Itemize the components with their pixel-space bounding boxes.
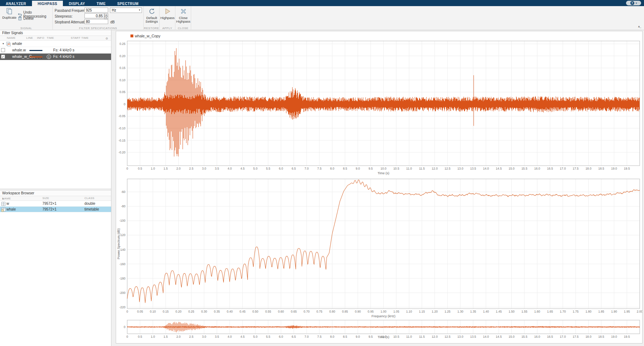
section-label-apply: APPLY [160, 27, 175, 30]
x-tick-label: 1.0 [151, 335, 155, 338]
y-tick-label: -0.15 [119, 139, 126, 142]
x-tick-label: 0.75 [316, 310, 322, 313]
x-tick-label: 12.5 [445, 335, 451, 338]
stopband-attenuation-input[interactable] [84, 19, 108, 24]
passband-unit-value: Hz [112, 8, 116, 12]
collapse-ribbon-icon[interactable]: ▲̲ [637, 25, 641, 28]
help-icon: ? [630, 1, 634, 5]
col-time[interactable]: TIME [47, 36, 54, 40]
x-tick-label: 14.0 [483, 167, 489, 170]
x-tick-label: 9.5 [368, 335, 373, 338]
x-tick-label: 0.30 [201, 310, 207, 313]
restore-defaults-icon [148, 8, 155, 15]
stepper-up-icon[interactable]: ▲ [104, 13, 108, 16]
x-tick-label: 14.5 [496, 335, 502, 338]
default-settings-button[interactable]: Default Settings [144, 8, 159, 23]
y-axis-label-power-spectrum: Power Spectrum (dB) [117, 228, 120, 259]
y-tick-label: -160 [119, 262, 125, 266]
highpass-apply-button[interactable]: Highpass [160, 8, 175, 20]
x-tick-label: 2.5 [189, 335, 193, 338]
x-tick-label: 4.5 [240, 335, 245, 338]
chevron-down-icon: ▾ [636, 2, 637, 5]
col-line[interactable]: LINE [26, 36, 33, 40]
col-name[interactable]: NAME [7, 36, 15, 40]
x-tick-label: 6.5 [292, 335, 296, 338]
workspace-browser-panel: Workspace Browser NAME ▴ SIZE CLASS w795… [0, 189, 111, 212]
x-tick-label: 12.0 [432, 335, 438, 338]
y-tick-label: -0.10 [119, 126, 126, 130]
close-highpass-button[interactable]: Close Highpass [176, 8, 190, 23]
x-tick-label: 12.5 [445, 167, 451, 170]
x-tick-label: 13.0 [457, 167, 464, 170]
x-tick-label: 1.0 [151, 167, 155, 170]
steepness-stepper[interactable]: ▲ ▼ [104, 13, 108, 18]
x-tick-label: 1.95 [624, 310, 630, 313]
x-tick-label: 1.40 [483, 310, 489, 313]
x-tick-label: 13.5 [470, 335, 476, 338]
steepness-label: Steepness: [55, 14, 73, 18]
plot-panel: 00.51.01.52.02.53.03.54.04.55.05.56.06.5… [116, 31, 643, 343]
col-info[interactable]: INFO [37, 36, 44, 40]
workspace-row-whale[interactable]: whale79572×1timetable [0, 207, 111, 212]
x-tick-label: 0.15 [163, 310, 169, 313]
x-tick-label: 7.5 [317, 167, 322, 170]
x-tick-label: 0 [126, 310, 128, 313]
toolbar-section-restore: Default Settings RESTORE [144, 6, 160, 30]
toolbar: Duplicate Undo Preprocessing Delete [0, 6, 644, 30]
x-tick-label: 5.0 [253, 335, 258, 338]
expander-chevron-icon[interactable]: ▾ [3, 42, 4, 45]
line-style-swatch [29, 50, 42, 51]
x-tick-label: 9.0 [356, 335, 360, 338]
x-tick-label: 11.0 [406, 335, 412, 338]
x-tick-label: 5.5 [266, 335, 270, 338]
row-checkbox[interactable]: ✓ [1, 55, 5, 59]
x-tick-label: 1.30 [457, 310, 464, 313]
table-row-whale-w[interactable]: whale.wFs: 4 kHz0 s [0, 47, 111, 54]
x-tick-label: 1.35 [470, 310, 476, 313]
x-tick-label: 0.20 [175, 310, 181, 313]
filter-signals-column-header: NAME LINE INFO TIME START TIME ⚙ [0, 36, 111, 41]
x-tick-label: 0.55 [265, 310, 271, 313]
ws-col-size[interactable]: SIZE [42, 197, 49, 200]
highpass-apply-label: Highpass [160, 16, 175, 20]
info-icon[interactable]: i [47, 55, 51, 59]
passband-frequency-input[interactable] [84, 8, 108, 13]
workspace-var-size: 79572×1 [42, 207, 56, 211]
help-button[interactable]: ? ▾ [626, 1, 641, 5]
workspace-row-w[interactable]: w79572×1double [0, 201, 111, 207]
workspace-column-header: NAME ▴ SIZE CLASS [0, 196, 111, 201]
close-highpass-label-2: Highpass [176, 20, 190, 23]
duplicate-label: Duplicate [1, 16, 17, 19]
x-tick-label: 8.0 [330, 167, 334, 170]
y-tick-label: 0 [124, 325, 125, 329]
passband-unit-dropdown[interactable]: Hz ▾ [110, 8, 142, 13]
x-tick-label: 9.0 [356, 167, 360, 170]
table-row-whale[interactable]: ▾whale [0, 41, 111, 47]
x-tick-label: 10.0 [381, 167, 387, 170]
x-tick-label: 0.70 [304, 310, 310, 313]
x-tick-label: 0.40 [227, 310, 233, 313]
x-tick-label: 19.5 [624, 335, 630, 338]
stepper-down-icon[interactable]: ▼ [104, 16, 108, 19]
steepness-input[interactable] [84, 13, 104, 18]
y-tick-label: -80 [121, 204, 126, 208]
delete-button[interactable]: Delete [18, 16, 34, 20]
x-tick-label: 19.5 [624, 167, 630, 170]
x-tick-label: 1.50 [509, 310, 515, 313]
signal-start-time: 0 s [69, 48, 74, 52]
ws-col-class[interactable]: CLASS [84, 197, 95, 200]
x-tick-label: 11.5 [419, 335, 425, 338]
row-checkbox[interactable] [1, 48, 5, 52]
col-start-time[interactable]: START TIME [71, 36, 89, 40]
x-axis-label: Time (s) [378, 171, 390, 175]
x-tick-label: 1.5 [164, 167, 168, 170]
table-row-whale-w-c-[interactable]: ✓whale_w_C...iFs: 4 kHz0 s [0, 54, 111, 60]
section-label-filter-specifications: FILTER SPECIFICATIONS [53, 27, 143, 30]
x-tick-label: 18.0 [585, 167, 592, 170]
legend-label[interactable]: whale_w_Copy [134, 34, 161, 38]
filter-signals-table: ▾whalewhale.wFs: 4 kHz0 s✓whale_w_C...iF… [0, 41, 111, 60]
x-tick-label: 1.65 [547, 310, 553, 313]
duplicate-button[interactable]: Duplicate [1, 8, 17, 19]
sort-asc-icon: ▴ [2, 197, 4, 200]
x-tick-label: 0.5 [138, 335, 142, 338]
